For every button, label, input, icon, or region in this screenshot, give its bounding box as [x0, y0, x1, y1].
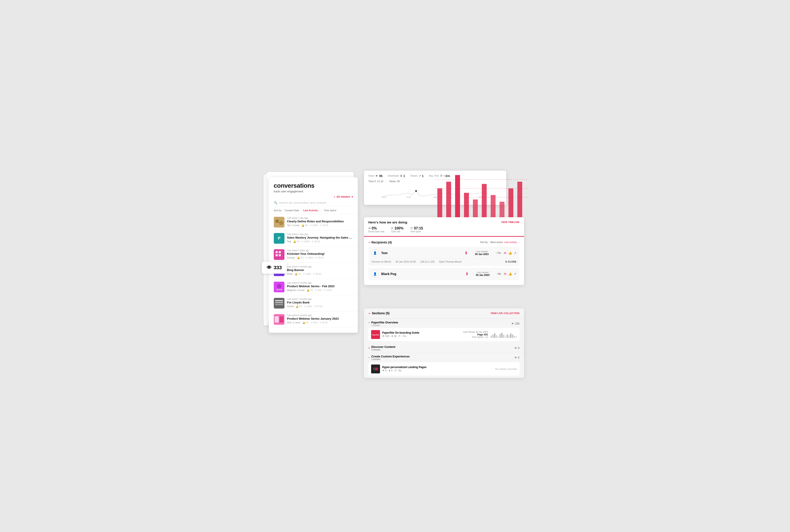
last-viewed-info: Last viewed 30 Jan 2023 [475, 250, 489, 255]
time-spent-stat: ⏱ 07:15 Time spent [410, 226, 423, 233]
svg-point-63 [375, 367, 378, 370]
recipient-download-icon: ⬇ [465, 250, 468, 255]
svg-text:15:50: 15:50 [407, 196, 411, 198]
hyper-views: 👁 0 [382, 369, 387, 372]
share-icon[interactable]: ↗ [514, 251, 516, 255]
svg-rect-59 [514, 336, 515, 338]
conv-stats-1: 🔔 0% ⟳ 100% ⏱ 00:00 [302, 224, 328, 227]
plus-icon: + [369, 346, 370, 349]
svg-rect-16 [276, 289, 282, 290]
svg-rect-48 [494, 334, 495, 338]
conv-name-3: Kickstart Your Onboarding! [287, 252, 353, 256]
time-spent-6: ⏱ 07:00 [314, 305, 322, 308]
recipient-row-blackpug[interactable]: 👤 Black Pug ⬇ Last viewed 30 Jan 2023 ~8… [369, 268, 520, 280]
conv-thumb-7 [274, 314, 284, 325]
asset-thumb-1: Paperflite [371, 330, 380, 339]
svg-point-26 [415, 190, 417, 192]
conv-header: conversations track user engagement ≡ Al… [269, 177, 358, 198]
view-timeline-btn[interactable]: VIEW TIMELINE [501, 221, 520, 224]
svg-rect-34 [437, 188, 442, 217]
list-item[interactable]: P Last active 1 day ago Sales Mastery Jo… [269, 230, 358, 247]
mail-icon-2[interactable]: ✉ [504, 272, 506, 276]
time-spent-4: ⏱ 00:00 [313, 273, 321, 275]
conv-name-2: Sales Mastery Journey: Navigating the Sa… [287, 236, 353, 240]
search-bar[interactable]: 🔍 Search by conversation and contacts [274, 201, 353, 206]
svg-rect-7 [279, 251, 281, 253]
conv-info-4: Last active 3 months ago Blog Banner Vio… [287, 265, 353, 276]
recipient-row-tom[interactable]: 👤 Tom ⬇ Last viewed 30 Jan 2023 ~7m ✉ 👍 [369, 247, 520, 266]
eye-icon: 👁 [267, 265, 271, 270]
list-item[interactable]: Last active 7 months ago For Lloyds Bank… [269, 295, 358, 311]
svg-rect-38 [473, 200, 478, 217]
svg-text:P: P [278, 236, 280, 241]
conv-meta-6: Orchid 🔔 0% ⟳ 100% ⏱ 07:00 [287, 305, 353, 308]
sort-last-activity[interactable]: Last Activity ↓ [303, 209, 320, 212]
svg-rect-49 [496, 335, 497, 338]
sort-by-label: Sort by : [480, 241, 489, 244]
no-activity-label: No activity recorded [495, 368, 517, 370]
section-discover-title: + Discover Content 2 Assets [369, 345, 395, 351]
sort-created[interactable]: Created Date [284, 209, 299, 212]
conv-info-3: Last active 4 days ago Kickstart Your On… [287, 249, 353, 259]
click-rate-4: ⟳ 100% [303, 273, 311, 275]
filter-btn[interactable]: ≡ All viewers ▾ [334, 195, 353, 198]
conv-stats-2: 🔔 0% ⟳ 100% ⏱ 00:00 [293, 240, 320, 243]
svg-rect-47 [492, 335, 493, 338]
open-rate-7: 🔔 0% [302, 321, 309, 324]
time-spent-1: ⏱ 00:00 [320, 224, 328, 227]
asset-info-1: Paperflite On-boarding Guide 👁 333 ⬇ 20 … [382, 331, 459, 338]
thumb-up-icon[interactable]: 👍 [508, 251, 512, 255]
eye-icon-custom: 👁 [514, 356, 517, 359]
conv-tag-1: Tan +1 more [287, 224, 300, 227]
conv-title: conversations [274, 182, 353, 189]
asset-views-1: 👁 333 [382, 335, 389, 338]
list-item[interactable]: Last active 1 day ago Clearly Define Rol… [269, 214, 358, 230]
conv-meta-7: Pink +1 more 🔔 0% ⟳ 50% ⏱ 00:03 [287, 321, 353, 324]
discover-views: 👁 0 [514, 346, 520, 349]
conv-info-2: Last active 1 day ago Sales Mastery Jour… [287, 233, 353, 243]
list-item[interactable]: Last active 6 months ago Product Webinar… [269, 279, 358, 295]
thumb-up-icon-2[interactable]: 👍 [508, 272, 512, 276]
svg-rect-43 [517, 182, 522, 217]
minus-icon-1: – [369, 321, 370, 324]
last-activity-btn[interactable]: Last activity [504, 241, 517, 244]
stat-views: Views 👁 96 [369, 174, 383, 178]
how-doing-section: Here's how we are doing VIEW TIMELINE ✉ … [364, 217, 524, 236]
svg-rect-20 [275, 304, 283, 305]
recipient-download-icon-2: ⬇ [465, 271, 469, 276]
close-btn[interactable]: ⊙ CLOSE [505, 260, 516, 263]
share-icon-2[interactable]: ↗ [514, 272, 516, 276]
views-count: 96 [379, 174, 383, 178]
svg-rect-51 [500, 334, 501, 338]
mail-icon[interactable]: ✉ [504, 251, 506, 255]
last-viewed-info-2: Last viewed 30 Jan 2023 [476, 271, 490, 276]
custom-assets: 1 Assets [371, 358, 410, 361]
sections-title: – Sections (5) [369, 311, 390, 316]
conv-name-5: Product Webinar Series - Feb 2023 [287, 285, 353, 288]
svg-rect-42 [508, 188, 513, 217]
recipient-main-blackpug: 👤 Black Pug ⬇ Last viewed 30 Jan 2023 ~8… [372, 270, 516, 278]
view-live-btn[interactable]: VIEW LIVE COLLECTION [490, 312, 519, 315]
conv-meta-2: Teal 🔔 0% ⟳ 100% ⏱ 00:00 [287, 240, 353, 243]
svg-rect-60 [515, 336, 517, 338]
svg-rect-19 [275, 302, 283, 303]
conv-thumb-3 [274, 249, 284, 260]
bar-chart-panel [435, 171, 528, 220]
email-icon: ✉ [369, 227, 371, 230]
sort-time-spent[interactable]: Time Spent [324, 209, 336, 212]
list-item[interactable]: Last active 4 days ago Kickstart Your On… [269, 247, 358, 263]
list-item[interactable]: Last active 8 months ago Product Webinar… [269, 311, 358, 328]
most-active-btn[interactable]: Most active [490, 241, 503, 244]
click-rate-5: ⟳ 50% [315, 289, 322, 291]
discover-name: Discover Content [371, 345, 395, 348]
list-item[interactable]: PRA PRED Last active 10 months ago Cuppa… [269, 328, 358, 330]
svg-rect-18 [275, 300, 283, 301]
conv-tag-5: Magenta +3 more [287, 289, 305, 291]
open-rate-4: 🔔 0% [295, 273, 301, 275]
time-spent-2: ⏱ 00:00 [311, 240, 320, 243]
svg-rect-8 [276, 254, 278, 256]
hyper-stats: 👁 0 ⬇ 0 ⏱ ~0s [382, 369, 493, 372]
section-group-discover: + Discover Content 2 Assets 👁 0 [364, 343, 524, 353]
sort-sep-1: | [301, 209, 302, 212]
svg-rect-52 [501, 333, 503, 338]
